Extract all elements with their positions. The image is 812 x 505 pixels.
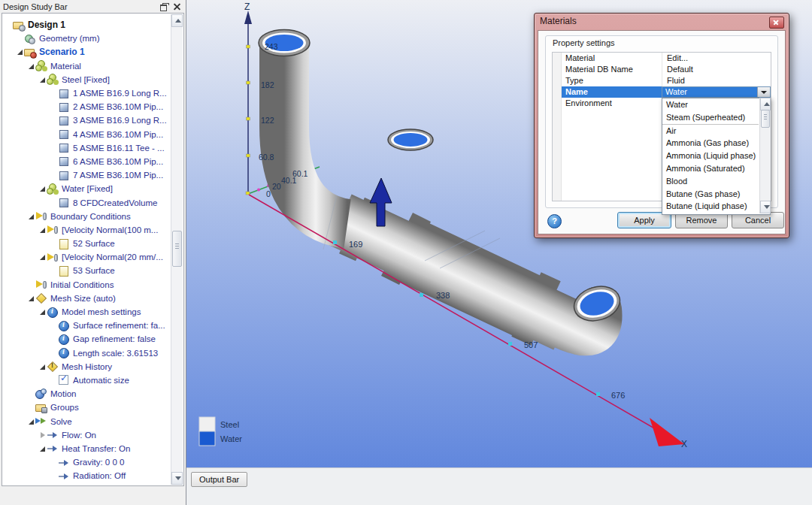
scroll-up-icon[interactable] (760, 98, 771, 110)
dropdown-option[interactable]: Ammonia (Gas phase) (662, 137, 759, 150)
property-row[interactable]: Material Edit... (553, 53, 771, 64)
tree-item[interactable]: Solve (3, 414, 171, 428)
expand-arrow-icon[interactable] (38, 183, 47, 195)
tree-item[interactable]: Boundary Conditions (3, 210, 171, 223)
scrollbar-thumb[interactable] (761, 110, 770, 128)
expand-arrow-icon[interactable] (5, 19, 13, 31)
dropdown-option[interactable]: Steam (Superheated) (662, 111, 759, 125)
tree-item[interactable]: Initial Conditions (3, 278, 171, 292)
expand-arrow-icon[interactable] (27, 279, 35, 291)
expand-arrow-icon[interactable] (50, 456, 58, 468)
tree-item[interactable]: Gravity: 0 0 0 (3, 455, 171, 469)
tree-item[interactable]: Surface refinement: fa... (3, 319, 171, 332)
tree-item[interactable]: 4 ASME B36.10M Pip... (3, 128, 171, 141)
property-value[interactable]: Default (662, 64, 771, 75)
expand-arrow-icon[interactable] (38, 306, 47, 318)
tree-item[interactable]: Design 1 (3, 18, 171, 32)
tree-item[interactable]: Groups (3, 401, 171, 414)
property-row-name[interactable]: Name Water (553, 86, 771, 98)
tree-item[interactable]: Motion (3, 387, 171, 401)
tree-item[interactable]: 7 ASME B36.10M Pip... (3, 168, 171, 182)
expand-arrow-icon[interactable] (27, 416, 35, 428)
branch-pipe-opening[interactable] (388, 129, 433, 150)
expand-arrow-icon[interactable] (38, 443, 47, 455)
tree-item[interactable]: 5 ASME B16.11 Tee - ... (3, 141, 171, 155)
tree-item[interactable]: 3 ASME B16.9 Long R... (3, 113, 171, 127)
expand-arrow-icon[interactable] (16, 46, 24, 58)
tree-item[interactable]: Mesh History (3, 360, 171, 373)
tree-item[interactable]: Mesh Size (auto) (3, 292, 171, 305)
scrollbar-thumb[interactable] (172, 231, 182, 267)
tree-scrollbar[interactable] (171, 14, 183, 485)
expand-arrow-icon[interactable] (50, 114, 58, 126)
dropdown-option[interactable]: Butane (Gas phase) (662, 188, 759, 201)
combobox-dropdown-icon[interactable] (757, 87, 770, 97)
dropdown-option[interactable]: Ammonia (Saturated) (662, 162, 759, 175)
expand-arrow-icon[interactable] (50, 347, 58, 359)
close-panel-icon[interactable] (172, 2, 183, 11)
tree-item[interactable]: Geometry (mm) (3, 32, 171, 45)
dropdown-option[interactable]: Water (662, 98, 759, 111)
coupling-ring[interactable] (352, 225, 368, 233)
name-combobox[interactable]: Water (662, 86, 771, 98)
property-value[interactable]: Edit... (662, 53, 771, 64)
output-bar-button[interactable]: Output Bar (191, 472, 247, 487)
dropdown-option[interactable]: Air (662, 125, 759, 138)
expand-arrow-icon[interactable] (27, 210, 35, 222)
property-row[interactable]: Material DB Name Default (553, 64, 771, 75)
tree-item[interactable]: 2 ASME B36.10M Pip... (3, 100, 171, 113)
expand-arrow-icon[interactable] (50, 374, 58, 386)
scroll-down-icon[interactable] (760, 201, 771, 213)
tree-item[interactable]: Scenario 1 (3, 45, 171, 59)
tree-item[interactable]: Flow: On (3, 428, 171, 442)
scroll-up-icon[interactable] (171, 14, 183, 27)
dropdown-option[interactable]: Ammonia (Liquid phase) (662, 150, 759, 162)
expand-arrow-icon[interactable] (50, 237, 58, 249)
expand-arrow-icon[interactable] (50, 470, 58, 482)
expand-arrow-icon[interactable] (50, 265, 58, 277)
tree-item[interactable]: 6 ASME B36.10M Pip... (3, 155, 171, 168)
tree-item[interactable]: Material (3, 59, 171, 73)
expand-arrow-icon[interactable] (38, 224, 47, 236)
property-row[interactable]: Type Fluid (553, 75, 771, 86)
expand-arrow-icon[interactable] (38, 429, 47, 441)
expand-arrow-icon[interactable] (27, 401, 35, 413)
float-window-icon[interactable] (159, 2, 169, 11)
expand-arrow-icon[interactable] (38, 361, 47, 373)
tree-item[interactable]: Radiation: Off (3, 469, 171, 482)
expand-arrow-icon[interactable] (50, 156, 58, 168)
tree-item[interactable]: Water [Fixed] (3, 182, 171, 195)
expand-arrow-icon[interactable] (50, 319, 58, 331)
expand-arrow-icon[interactable] (50, 142, 58, 154)
tree-item[interactable]: Automatic size (3, 373, 171, 387)
dialog-close-icon[interactable] (769, 17, 784, 29)
expand-arrow-icon[interactable] (50, 169, 58, 181)
property-value[interactable]: Water (662, 86, 771, 98)
tree-item[interactable]: 8 CFDCreatedVolume (3, 195, 171, 209)
expand-arrow-icon[interactable] (50, 87, 58, 99)
dropdown-option[interactable]: Butane (Liquid phase) (662, 200, 759, 213)
tree-item[interactable]: [Velocity Normal(100 m... (3, 223, 171, 237)
expand-arrow-icon[interactable] (38, 251, 47, 263)
tee-collar-left[interactable] (397, 244, 415, 253)
tree-item[interactable]: Gap refinement: false (3, 332, 171, 346)
expand-arrow-icon[interactable] (27, 388, 35, 400)
tree-item[interactable]: Model mesh settings (3, 305, 171, 319)
dropdown-option[interactable]: Blood (662, 175, 759, 188)
tree-item[interactable]: Heat Transfer: On (3, 442, 171, 455)
help-icon[interactable]: ? (547, 214, 562, 228)
tree-item[interactable]: 53 Surface (3, 264, 171, 277)
dropdown-scrollbar[interactable] (759, 98, 771, 213)
tree-item[interactable]: Steel [Fixed] (3, 73, 171, 86)
expand-arrow-icon[interactable] (50, 333, 58, 345)
tree-item[interactable]: [Velocity Normal(20 mm/... (3, 250, 171, 264)
tree-item[interactable]: Length scale: 3.61513 (3, 346, 171, 360)
tree-item[interactable]: 52 Surface (3, 237, 171, 250)
expand-arrow-icon[interactable] (16, 32, 24, 44)
scroll-down-icon[interactable] (171, 472, 183, 485)
property-value[interactable]: Fluid (662, 75, 771, 86)
tee-collar-right[interactable] (526, 304, 546, 313)
expand-arrow-icon[interactable] (27, 292, 35, 304)
expand-arrow-icon[interactable] (27, 60, 35, 72)
expand-arrow-icon[interactable] (38, 74, 47, 86)
